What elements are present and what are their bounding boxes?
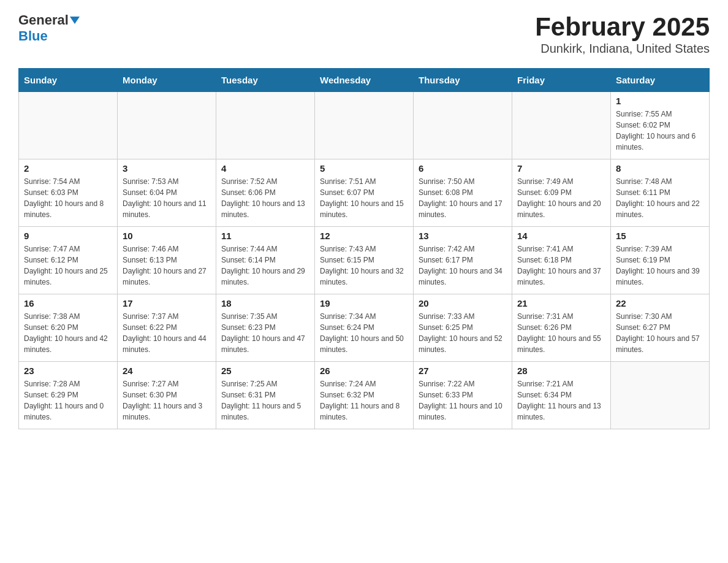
day-number: 11 (221, 231, 309, 241)
table-row: 24Sunrise: 7:27 AM Sunset: 6:30 PM Dayli… (118, 362, 216, 429)
day-info: Sunrise: 7:22 AM Sunset: 6:33 PM Dayligh… (419, 378, 507, 423)
day-info: Sunrise: 7:42 AM Sunset: 6:17 PM Dayligh… (419, 243, 507, 288)
calendar-week-row: 2Sunrise: 7:54 AM Sunset: 6:03 PM Daylig… (19, 159, 710, 227)
table-row: 21Sunrise: 7:31 AM Sunset: 6:26 PM Dayli… (512, 294, 611, 362)
day-number: 21 (517, 298, 605, 308)
day-number: 24 (123, 366, 211, 376)
day-number: 9 (24, 231, 112, 241)
calendar-week-row: 1Sunrise: 7:55 AM Sunset: 6:02 PM Daylig… (19, 92, 710, 159)
table-row: 14Sunrise: 7:41 AM Sunset: 6:18 PM Dayli… (512, 227, 611, 294)
table-row: 19Sunrise: 7:34 AM Sunset: 6:24 PM Dayli… (315, 294, 414, 362)
day-info: Sunrise: 7:46 AM Sunset: 6:13 PM Dayligh… (123, 243, 211, 288)
table-row: 2Sunrise: 7:54 AM Sunset: 6:03 PM Daylig… (19, 159, 118, 227)
table-row: 28Sunrise: 7:21 AM Sunset: 6:34 PM Dayli… (512, 362, 611, 429)
calendar-week-row: 9Sunrise: 7:47 AM Sunset: 6:12 PM Daylig… (19, 227, 710, 294)
day-number: 23 (24, 366, 112, 376)
table-row (216, 92, 315, 159)
day-number: 2 (24, 163, 112, 174)
day-number: 5 (320, 163, 408, 174)
day-number: 4 (221, 163, 309, 174)
day-number: 13 (419, 231, 507, 241)
table-row: 11Sunrise: 7:44 AM Sunset: 6:14 PM Dayli… (216, 227, 315, 294)
calendar-week-row: 16Sunrise: 7:38 AM Sunset: 6:20 PM Dayli… (19, 294, 710, 362)
table-row (315, 92, 414, 159)
day-info: Sunrise: 7:30 AM Sunset: 6:27 PM Dayligh… (616, 311, 704, 355)
table-row: 4Sunrise: 7:52 AM Sunset: 6:06 PM Daylig… (216, 159, 315, 227)
calendar-week-row: 23Sunrise: 7:28 AM Sunset: 6:29 PM Dayli… (19, 362, 710, 429)
table-row: 22Sunrise: 7:30 AM Sunset: 6:27 PM Dayli… (611, 294, 710, 362)
page-header: General Blue February 2025 Dunkirk, Indi… (18, 12, 710, 56)
table-row: 10Sunrise: 7:46 AM Sunset: 6:13 PM Dayli… (118, 227, 216, 294)
table-row: 15Sunrise: 7:39 AM Sunset: 6:19 PM Dayli… (611, 227, 710, 294)
table-row: 23Sunrise: 7:28 AM Sunset: 6:29 PM Dayli… (19, 362, 118, 429)
table-row (19, 92, 118, 159)
day-number: 19 (320, 298, 408, 308)
col-friday: Friday (512, 69, 611, 92)
page-subtitle: Dunkirk, Indiana, United States (535, 42, 710, 56)
day-info: Sunrise: 7:33 AM Sunset: 6:25 PM Dayligh… (419, 311, 507, 355)
day-info: Sunrise: 7:37 AM Sunset: 6:22 PM Dayligh… (123, 311, 211, 355)
col-tuesday: Tuesday (216, 69, 315, 92)
day-info: Sunrise: 7:54 AM Sunset: 6:03 PM Dayligh… (24, 176, 112, 220)
day-info: Sunrise: 7:55 AM Sunset: 6:02 PM Dayligh… (616, 109, 704, 153)
day-info: Sunrise: 7:43 AM Sunset: 6:15 PM Dayligh… (320, 243, 408, 288)
table-row: 6Sunrise: 7:50 AM Sunset: 6:08 PM Daylig… (414, 159, 512, 227)
table-row: 18Sunrise: 7:35 AM Sunset: 6:23 PM Dayli… (216, 294, 315, 362)
col-sunday: Sunday (19, 69, 118, 92)
day-number: 12 (320, 231, 408, 241)
day-info: Sunrise: 7:31 AM Sunset: 6:26 PM Dayligh… (517, 311, 605, 355)
table-row: 8Sunrise: 7:48 AM Sunset: 6:11 PM Daylig… (611, 159, 710, 227)
logo-general: General (18, 12, 69, 28)
table-row: 5Sunrise: 7:51 AM Sunset: 6:07 PM Daylig… (315, 159, 414, 227)
day-info: Sunrise: 7:25 AM Sunset: 6:31 PM Dayligh… (221, 378, 309, 423)
calendar-table: Sunday Monday Tuesday Wednesday Thursday… (18, 68, 710, 429)
table-row: 7Sunrise: 7:49 AM Sunset: 6:09 PM Daylig… (512, 159, 611, 227)
day-number: 26 (320, 366, 408, 376)
day-number: 17 (123, 298, 211, 308)
col-saturday: Saturday (611, 69, 710, 92)
day-info: Sunrise: 7:48 AM Sunset: 6:11 PM Dayligh… (616, 176, 704, 220)
day-info: Sunrise: 7:49 AM Sunset: 6:09 PM Dayligh… (517, 176, 605, 220)
title-block: February 2025 Dunkirk, Indiana, United S… (535, 12, 710, 56)
table-row: 16Sunrise: 7:38 AM Sunset: 6:20 PM Dayli… (19, 294, 118, 362)
calendar-header-row: Sunday Monday Tuesday Wednesday Thursday… (19, 69, 710, 92)
table-row: 25Sunrise: 7:25 AM Sunset: 6:31 PM Dayli… (216, 362, 315, 429)
table-row (512, 92, 611, 159)
day-info: Sunrise: 7:39 AM Sunset: 6:19 PM Dayligh… (616, 243, 704, 288)
table-row (414, 92, 512, 159)
table-row: 12Sunrise: 7:43 AM Sunset: 6:15 PM Dayli… (315, 227, 414, 294)
table-row: 26Sunrise: 7:24 AM Sunset: 6:32 PM Dayli… (315, 362, 414, 429)
table-row: 17Sunrise: 7:37 AM Sunset: 6:22 PM Dayli… (118, 294, 216, 362)
table-row (118, 92, 216, 159)
day-info: Sunrise: 7:53 AM Sunset: 6:04 PM Dayligh… (123, 176, 211, 220)
table-row: 1Sunrise: 7:55 AM Sunset: 6:02 PM Daylig… (611, 92, 710, 159)
day-number: 8 (616, 163, 704, 174)
day-number: 16 (24, 298, 112, 308)
day-number: 20 (419, 298, 507, 308)
col-wednesday: Wednesday (315, 69, 414, 92)
col-thursday: Thursday (414, 69, 512, 92)
table-row: 9Sunrise: 7:47 AM Sunset: 6:12 PM Daylig… (19, 227, 118, 294)
table-row: 20Sunrise: 7:33 AM Sunset: 6:25 PM Dayli… (414, 294, 512, 362)
day-info: Sunrise: 7:51 AM Sunset: 6:07 PM Dayligh… (320, 176, 408, 220)
day-number: 25 (221, 366, 309, 376)
day-info: Sunrise: 7:41 AM Sunset: 6:18 PM Dayligh… (517, 243, 605, 288)
day-number: 15 (616, 231, 704, 241)
day-info: Sunrise: 7:50 AM Sunset: 6:08 PM Dayligh… (419, 176, 507, 220)
table-row (611, 362, 710, 429)
day-number: 1 (616, 96, 704, 106)
day-info: Sunrise: 7:24 AM Sunset: 6:32 PM Dayligh… (320, 378, 408, 423)
day-info: Sunrise: 7:52 AM Sunset: 6:06 PM Dayligh… (221, 176, 309, 220)
day-number: 10 (123, 231, 211, 241)
day-info: Sunrise: 7:28 AM Sunset: 6:29 PM Dayligh… (24, 378, 112, 423)
day-number: 22 (616, 298, 704, 308)
day-number: 28 (517, 366, 605, 376)
col-monday: Monday (118, 69, 216, 92)
day-number: 27 (419, 366, 507, 376)
day-number: 3 (123, 163, 211, 174)
day-info: Sunrise: 7:34 AM Sunset: 6:24 PM Dayligh… (320, 311, 408, 355)
day-number: 18 (221, 298, 309, 308)
page-title: February 2025 (535, 12, 710, 42)
logo: General Blue (18, 12, 80, 44)
logo-triangle-icon (70, 17, 80, 24)
